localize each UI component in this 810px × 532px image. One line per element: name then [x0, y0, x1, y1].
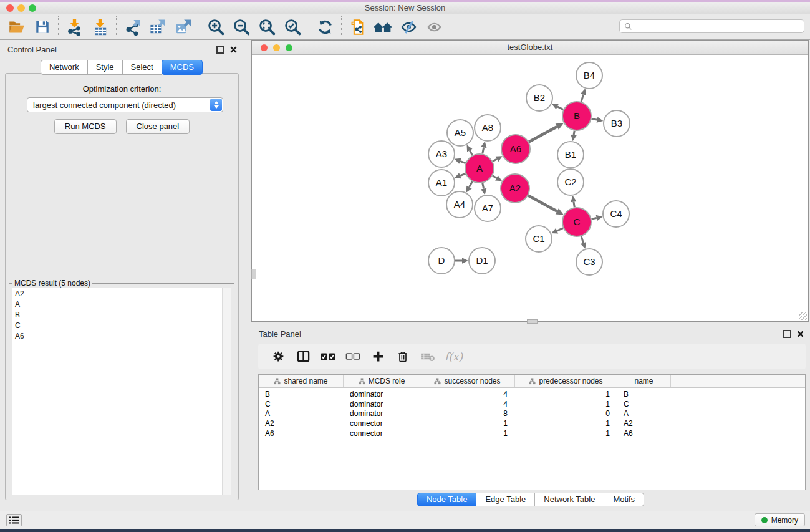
splitter-grip-bottom[interactable] [527, 319, 538, 324]
clone-network-button[interactable] [345, 16, 370, 38]
zoom-in-button[interactable] [203, 16, 229, 38]
tab-select[interactable]: Select [122, 60, 162, 75]
network-canvas[interactable]: B4B2BB3A5A8A6A3AB1A1C2A2A4A7C4C1CDD1C3 [252, 55, 808, 321]
zoom-selected-button[interactable] [280, 16, 306, 38]
graph-node-A2[interactable]: A2 [501, 174, 529, 203]
network-minimize-icon[interactable] [273, 44, 280, 51]
network-zoom-icon[interactable] [286, 44, 292, 51]
result-item[interactable]: C [12, 320, 231, 331]
zoom-window-icon[interactable] [29, 4, 36, 12]
result-scrollbar[interactable] [222, 288, 231, 495]
criterion-dropdown[interactable]: largest connected component (directed) [27, 97, 223, 112]
graph-node-C[interactable]: C [562, 208, 591, 236]
tab-node-table[interactable]: Node Table [417, 493, 477, 506]
delete-table-button [420, 351, 436, 362]
graph-node-C1[interactable]: C1 [526, 226, 552, 252]
settings-icon [272, 350, 285, 363]
memory-button[interactable]: Memory [755, 513, 805, 526]
export-network-button[interactable] [120, 16, 145, 38]
tab-mcds[interactable]: MCDS [162, 60, 203, 75]
column-header-MCDS-role[interactable]: MCDS role [344, 375, 420, 387]
column-header-predecessor-nodes[interactable]: predecessor nodes [515, 375, 617, 387]
deselect-all-button[interactable] [345, 352, 361, 361]
control-panel-title: Control Panel [7, 45, 57, 54]
show-graphics-details-button[interactable] [396, 16, 422, 38]
export-table-button[interactable] [145, 16, 171, 38]
run-mcds-button[interactable]: Run MCDS [54, 119, 117, 134]
graph-node-C4[interactable]: C4 [603, 201, 629, 227]
import-network-button[interactable] [62, 16, 87, 38]
graph-node-A7[interactable]: A7 [475, 195, 501, 221]
export-image-button[interactable] [171, 16, 196, 38]
graph-node-C2[interactable]: C2 [557, 169, 584, 195]
graph-node-B1[interactable]: B1 [557, 142, 584, 168]
dropdown-stepper-icon [210, 99, 222, 111]
close-window-icon[interactable] [6, 4, 14, 12]
import-table-button[interactable] [87, 16, 113, 38]
table-row[interactable]: Adominator80A [259, 409, 805, 418]
tab-style[interactable]: Style [87, 60, 123, 75]
minimize-window-icon[interactable] [17, 4, 25, 12]
memory-label: Memory [771, 516, 798, 525]
task-history-button[interactable] [6, 514, 22, 526]
graph-node-A3[interactable]: A3 [428, 141, 455, 167]
graph-node-D[interactable]: D [428, 248, 455, 274]
result-item[interactable]: A [12, 299, 231, 309]
graph-node-A4[interactable]: A4 [446, 191, 473, 218]
search-input[interactable] [635, 21, 804, 31]
graph-node-D1[interactable]: D1 [469, 248, 495, 274]
column-header-shared-name[interactable]: shared name [259, 375, 344, 387]
search-field[interactable] [619, 19, 804, 33]
mcds-result-list[interactable]: A2ABCA6 [12, 288, 231, 495]
refresh-button[interactable] [312, 16, 338, 38]
select-all-button[interactable] [320, 352, 336, 362]
deselect-all-icon [345, 352, 360, 361]
result-item[interactable]: A6 [12, 331, 231, 341]
table-row[interactable]: A2connector11A2 [259, 418, 805, 428]
node-table: shared nameMCDS rolesuccessor nodesprede… [258, 374, 806, 490]
settings-button[interactable] [270, 350, 286, 363]
save-session-button[interactable] [29, 16, 55, 38]
resize-grip-icon[interactable] [799, 312, 807, 320]
delete-row-button[interactable] [395, 350, 411, 364]
column-header-successor-nodes[interactable]: successor nodes [420, 375, 515, 387]
graph-node-B2[interactable]: B2 [526, 85, 552, 111]
close-panel-icon[interactable] [230, 46, 237, 53]
result-item[interactable]: B [12, 309, 231, 320]
app-titlebar[interactable]: Session: New Session [0, 2, 810, 14]
home-networks-button[interactable] [370, 16, 396, 38]
tab-edge-table[interactable]: Edge Table [476, 493, 535, 506]
table-row[interactable]: Bdominator41B [259, 389, 805, 399]
graph-node-A1[interactable]: A1 [428, 170, 455, 196]
svg-text:A7: A7 [482, 203, 493, 213]
svg-text:A: A [476, 163, 483, 173]
tab-network-table[interactable]: Network Table [534, 493, 604, 506]
column-layout-button[interactable] [295, 349, 311, 364]
graph-node-A5[interactable]: A5 [447, 120, 473, 146]
graph-node-C3[interactable]: C3 [576, 249, 602, 275]
graph-node-B[interactable]: B [562, 102, 591, 130]
splitter-grip-left[interactable] [251, 269, 256, 279]
float-panel-icon[interactable] [216, 46, 224, 54]
graph-node-B3[interactable]: B3 [604, 110, 630, 137]
network-window-titlebar[interactable]: testGlobe.txt [252, 41, 808, 55]
float-table-panel-icon[interactable] [783, 330, 791, 338]
open-session-button[interactable] [4, 16, 29, 38]
close-panel-button[interactable]: Close panel [126, 119, 190, 134]
result-item[interactable]: A2 [12, 288, 231, 299]
tab-network[interactable]: Network [41, 60, 88, 75]
column-header-name[interactable]: name [617, 375, 671, 387]
graph-node-A[interactable]: A [465, 154, 494, 183]
tab-motifs[interactable]: Motifs [604, 493, 644, 506]
zoom-fit-button[interactable] [254, 16, 280, 38]
table-row[interactable]: Cdominator41C [259, 399, 805, 409]
add-row-button[interactable] [370, 350, 386, 363]
close-table-panel-icon[interactable] [797, 331, 804, 337]
table-row[interactable]: A6connector11A6 [259, 428, 805, 438]
graph-node-A6[interactable]: A6 [501, 135, 530, 163]
network-close-icon[interactable] [261, 44, 268, 51]
graph-node-B4[interactable]: B4 [576, 62, 602, 89]
graph-node-A8[interactable]: A8 [475, 115, 501, 141]
zoom-out-button[interactable] [229, 16, 254, 38]
hide-graphics-details-button[interactable] [422, 16, 447, 38]
